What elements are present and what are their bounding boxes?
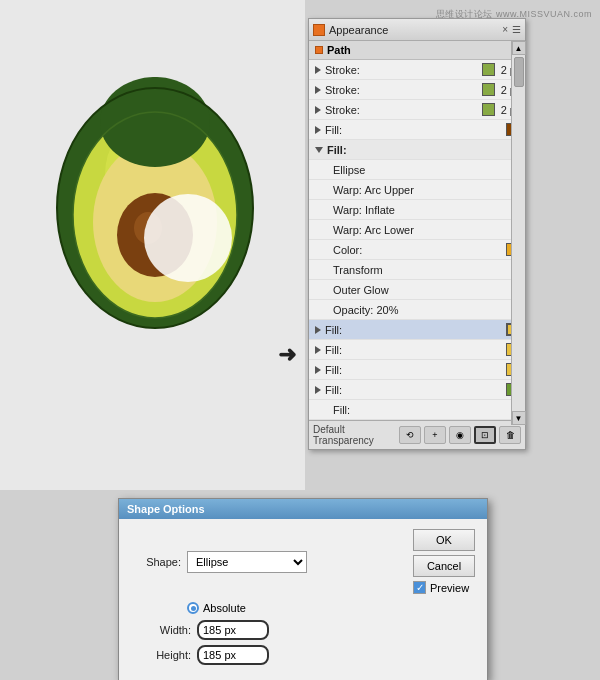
preview-container: ✓ Preview — [413, 581, 475, 594]
height-row: Height: — [131, 645, 475, 665]
color-row: Color: — [309, 240, 525, 260]
fill-row-4: Fill: — [309, 380, 525, 400]
fill-label-2: Fill: — [325, 344, 502, 356]
triangle-icon — [315, 86, 321, 94]
fill-row-5: Fill: — [309, 400, 525, 420]
panel-scroll-area[interactable]: Stroke: 2 pt Stroke: 2 pt Stroke: 2 pt F… — [309, 60, 525, 420]
effect-outer-glow: Outer Glow — [309, 280, 525, 300]
panel-menu-button[interactable]: ☰ — [512, 24, 521, 35]
effect-transform: Transform fx — [309, 260, 525, 280]
stroke-swatch-3[interactable] — [482, 103, 495, 116]
width-label: Width: — [149, 624, 191, 636]
opacity-label: Opacity: 20% — [333, 304, 519, 316]
footer-btn-3[interactable]: ◉ — [449, 426, 471, 444]
preview-label: Preview — [430, 582, 469, 594]
footer-btn-2[interactable]: + — [424, 426, 446, 444]
triangle-icon — [315, 66, 321, 74]
stroke-row-1: Stroke: 2 pt — [309, 60, 525, 80]
stroke-row-2: Stroke: 2 pt — [309, 80, 525, 100]
dialog-title: Shape Options — [127, 503, 205, 515]
effect-ellipse: Ellipse fx — [309, 160, 525, 180]
footer-text: Default Transparency — [313, 424, 399, 446]
arrow-indicator: ➜ — [278, 342, 296, 368]
shape-row: Shape: Ellipse OK Cancel ✓ Preview — [131, 529, 475, 594]
triangle-icon — [315, 386, 321, 394]
triangle-icon — [315, 326, 321, 334]
dialog-buttons: OK Cancel ✓ Preview — [413, 529, 475, 594]
scroll-thumb[interactable] — [514, 57, 524, 87]
color-label: Color: — [333, 244, 502, 256]
panel-title-icon — [313, 24, 325, 36]
stroke-swatch-1[interactable] — [482, 63, 495, 76]
scroll-up-arrow[interactable]: ▲ — [512, 41, 526, 55]
footer-btn-1[interactable]: ⟲ — [399, 426, 421, 444]
expand-triangle[interactable] — [315, 147, 323, 153]
cancel-button[interactable]: Cancel — [413, 555, 475, 577]
effect-warp-inflate: Warp: Inflate fx — [309, 200, 525, 220]
triangle-icon — [315, 106, 321, 114]
panel-path-header: Path — [309, 41, 525, 60]
checkbox-check: ✓ — [416, 583, 424, 593]
stroke-label-2: Stroke: — [325, 84, 478, 96]
panel-close-button[interactable]: × — [502, 24, 508, 35]
fill-row-1: Fill: — [309, 120, 525, 140]
outer-glow-label: Outer Glow — [333, 284, 519, 296]
warp-arc-lower-label: Warp: Arc Lower — [333, 224, 507, 236]
shape-label: Shape: — [131, 556, 181, 568]
transform-label: Transform — [333, 264, 507, 276]
opacity-row: Opacity: 20% — [309, 300, 525, 320]
fill-row-3: Fill: — [309, 360, 525, 380]
height-label: Height: — [149, 649, 191, 661]
fill-section-label: Fill: — [327, 144, 519, 156]
panel-title-text: Appearance — [329, 24, 498, 36]
canvas-area — [0, 0, 305, 490]
svg-point-9 — [100, 77, 210, 167]
fill-label-4: Fill: — [325, 384, 502, 396]
effect-warp-arc-upper: Warp: Arc Upper fx — [309, 180, 525, 200]
path-label: Path — [327, 44, 351, 56]
stroke-row-3: Stroke: 2 pt — [309, 100, 525, 120]
warp-inflate-label: Warp: Inflate — [333, 204, 507, 216]
panel-titlebar: Appearance × ☰ — [309, 19, 525, 41]
triangle-icon — [315, 126, 321, 134]
fill-label-3: Fill: — [325, 364, 502, 376]
preview-checkbox[interactable]: ✓ — [413, 581, 426, 594]
width-row: Width: — [131, 620, 475, 640]
ok-button[interactable]: OK — [413, 529, 475, 551]
footer-btn-4[interactable]: ⊡ — [474, 426, 496, 444]
fill-highlighted-row[interactable]: Fill: — [309, 320, 525, 340]
panel-scrollbar[interactable]: ▲ ▼ — [511, 41, 525, 425]
fill-section-header: Fill: — [309, 140, 525, 160]
effect-warp-arc-lower: Warp: Arc Lower fx — [309, 220, 525, 240]
shape-options-dialog: Shape Options Shape: Ellipse OK Cancel ✓… — [118, 498, 488, 680]
avocado-illustration — [40, 60, 280, 342]
dialog-body: Shape: Ellipse OK Cancel ✓ Preview Absol… — [119, 519, 487, 680]
stroke-swatch-2[interactable] — [482, 83, 495, 96]
fill-label-5: Fill: — [333, 404, 519, 416]
ellipse-label: Ellipse — [333, 164, 507, 176]
footer-btn-5[interactable]: 🗑 — [499, 426, 521, 444]
panel-footer: Default Transparency ⟲ + ◉ ⊡ 🗑 — [309, 420, 525, 449]
scroll-down-arrow[interactable]: ▼ — [512, 411, 526, 425]
fill-label-1: Fill: — [325, 124, 502, 136]
triangle-icon — [315, 366, 321, 374]
footer-icons: ⟲ + ◉ ⊡ 🗑 — [399, 426, 521, 444]
stroke-label-1: Stroke: — [325, 64, 478, 76]
fill-highlighted-label: Fill: — [325, 324, 502, 336]
width-input[interactable] — [197, 620, 269, 640]
appearance-panel: Appearance × ☰ Path Stroke: 2 pt Stroke:… — [308, 18, 526, 450]
svg-point-7 — [144, 194, 232, 282]
warp-arc-upper-label: Warp: Arc Upper — [333, 184, 507, 196]
shape-select[interactable]: Ellipse — [187, 551, 307, 573]
fill-row-2: Fill: — [309, 340, 525, 360]
absolute-radio-row: Absolute — [187, 602, 475, 614]
triangle-icon — [315, 346, 321, 354]
absolute-radio[interactable] — [187, 602, 199, 614]
path-dot — [315, 46, 323, 54]
stroke-label-3: Stroke: — [325, 104, 478, 116]
absolute-label: Absolute — [203, 602, 246, 614]
dialog-titlebar: Shape Options — [119, 499, 487, 519]
height-input[interactable] — [197, 645, 269, 665]
